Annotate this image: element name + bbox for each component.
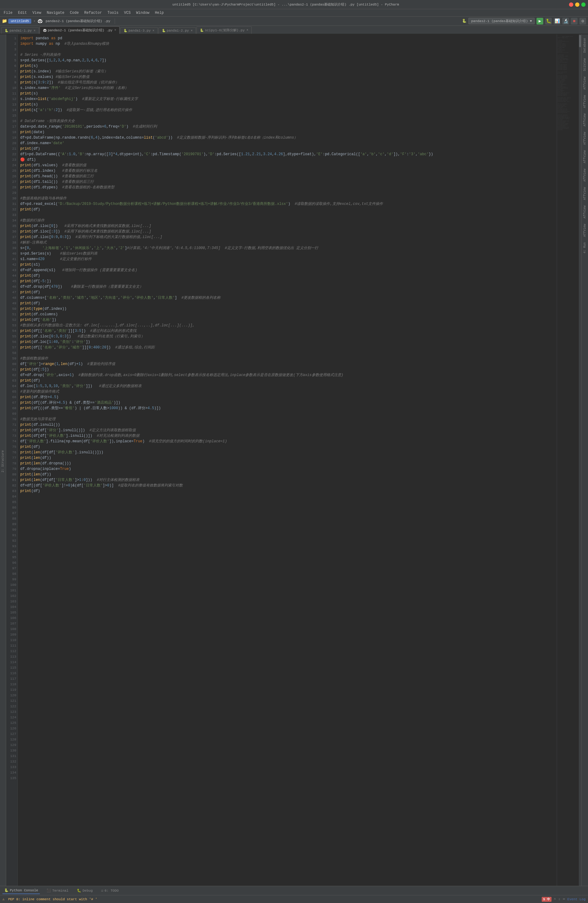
menu-code[interactable]: Code	[67, 10, 81, 16]
line-27: 27	[7, 179, 16, 185]
line-54: 54	[7, 328, 16, 334]
debug-icon: 🐛	[77, 889, 81, 893]
affview-tab-4[interactable]: AffView	[582, 129, 587, 147]
line-64: 64	[7, 384, 16, 389]
editor-area: 1 2 3 4 5 6 7 8 9 10 11 12 13 14 15 16 1…	[6, 35, 581, 886]
code-line-8: print(s.values) #输出Series的数值	[20, 74, 554, 80]
menu-file[interactable]: File	[1, 10, 15, 16]
menu-view[interactable]: View	[30, 10, 44, 16]
code-line-111	[20, 643, 554, 648]
tab-scipy1-6[interactable]: 🐍 scipy1-6(矩阵分解).py ×	[196, 27, 252, 34]
maximize-button[interactable]	[581, 2, 586, 7]
line-114: 114	[7, 659, 16, 665]
line-44: 44	[7, 273, 16, 278]
sciview-tab[interactable]: SciView	[582, 56, 587, 74]
run-config-selector[interactable]: pandas2-1 (pandas基础知识介绍) ▼	[469, 18, 535, 24]
line-96: 96	[7, 560, 16, 566]
code-line-109	[20, 632, 554, 637]
code-line-93	[20, 544, 554, 549]
code-line-120	[20, 692, 554, 698]
tab-close-panda1-1[interactable]: ×	[34, 29, 36, 33]
affview-tab-9[interactable]: AffView	[582, 222, 587, 239]
window-controls[interactable]	[569, 2, 586, 7]
line-numbers: 1 2 3 4 5 6 7 8 9 10 11 12 13 14 15 16 1…	[6, 35, 18, 886]
line-6: 6	[7, 63, 16, 69]
minimize-button[interactable]	[575, 2, 579, 7]
debug-button[interactable]: 🐛	[545, 18, 552, 25]
affview-tab-2[interactable]: AffView	[582, 93, 587, 110]
pandas-icon: 🐼	[38, 19, 42, 24]
tab-close-panda1-3[interactable]: ×	[153, 29, 155, 33]
code-editor[interactable]: import pandas as pd import numpy as np #…	[18, 35, 557, 886]
menu-navigate[interactable]: Navigate	[44, 10, 67, 16]
python-console-tab[interactable]: 🐍 Python Console	[2, 887, 40, 894]
code-line-71: print(df.isnull())	[20, 422, 554, 428]
code-line-43: df=df.append(s1) #增加同一行数据操作 (需要重要重要文全名)	[20, 267, 554, 273]
tab-close-pandas2-1[interactable]: ×	[114, 28, 116, 32]
code-line-121	[20, 698, 554, 704]
menu-edit[interactable]: Edit	[16, 10, 30, 16]
tab-panda1-1[interactable]: 🐍 panda1-1.py ×	[1, 27, 39, 34]
line-135: 135	[7, 776, 16, 781]
menu-vcs[interactable]: VCS	[121, 10, 133, 16]
code-line-87	[20, 510, 554, 516]
code-line-35: print(df.iloc[0]) #采用下标的格式来查找数据框的某数据,ilo…	[20, 223, 554, 229]
event-log-label[interactable]: Event Log	[568, 897, 586, 901]
line-100: 100	[7, 582, 16, 588]
terminal-label: Terminal	[52, 889, 68, 893]
china-badge: S 中	[542, 897, 552, 902]
terminal-tab[interactable]: ⬛ Terminal	[45, 887, 70, 894]
code-line-84	[20, 494, 554, 499]
database-tab[interactable]: Database	[582, 36, 587, 55]
code-line-74: df['评价人数'].fillna(np.mean(df['评价人数']),in…	[20, 439, 554, 444]
line-7: 7	[7, 69, 16, 74]
run-button[interactable]: ▶	[536, 18, 543, 25]
code-line-101	[20, 588, 554, 593]
toolbar-file[interactable]: pandas2-1 (pandas基础知识介绍) .py	[44, 18, 112, 24]
stop-button[interactable]: ■	[571, 18, 578, 25]
tab-close-panda1-2[interactable]: ×	[191, 29, 193, 33]
menu-refactor[interactable]: Refactor	[82, 10, 105, 16]
debug-tab[interactable]: 🐛 Debug	[75, 887, 94, 894]
code-line-77: print(len(df))	[20, 455, 554, 461]
structure-label[interactable]: 2: Structure	[0, 449, 6, 474]
line-25: 25	[7, 168, 16, 174]
code-line-5: s=pd.Series([1,2,3,4,np.nan,2,3,4,6,7])	[20, 58, 554, 63]
close-button[interactable]	[569, 2, 573, 7]
affview-tab-3[interactable]: AffView	[582, 111, 587, 129]
tab-label-panda1-3: panda1-3.py	[129, 29, 151, 33]
affview-tab-6[interactable]: AffView	[582, 166, 587, 184]
menu-window[interactable]: Window	[134, 10, 152, 16]
affview-tab-8[interactable]: AffView	[582, 203, 587, 221]
line-19: 19	[7, 135, 16, 140]
code-line-9: print(s[3:9:2]) #输出指定序号范围的值（切片操作）	[20, 80, 554, 85]
code-line-114	[20, 659, 554, 665]
menu-help[interactable]: Help	[152, 10, 166, 16]
todo-tab[interactable]: ☑ 6: TODO	[99, 887, 121, 894]
line-53: 53	[7, 322, 16, 328]
code-line-82: df=df[(df['评价人数']!=0)&(df['日常人数']>0)] #提…	[20, 483, 554, 488]
tab-close-scipy1-6[interactable]: ×	[246, 28, 248, 32]
profile-button[interactable]: 📊	[554, 18, 560, 25]
tab-panda1-2[interactable]: 🐍 panda1-2.py ×	[158, 27, 196, 34]
right-panel-tabs: Database SciView AffView AffView AffView…	[581, 35, 588, 886]
tab-panda1-3[interactable]: 🐍 panda1-3.py ×	[120, 27, 158, 34]
tab-pandas2-1[interactable]: 🐼 pandas2-1 (pandas基础知识介绍) .py ×	[39, 27, 119, 34]
affview-tab-5[interactable]: AffView	[582, 148, 587, 166]
line-55: 55	[7, 334, 16, 339]
line-98: 98	[7, 571, 16, 577]
line-122: 122	[7, 704, 16, 709]
code-line-14: print(s['a':'h':2]) #提取第一-层级,进行用名称的切片操作	[20, 107, 554, 113]
affview-tab-1[interactable]: AffView	[582, 74, 587, 92]
line-109: 109	[7, 632, 16, 637]
menu-tools[interactable]: Tools	[105, 10, 121, 16]
coverage-button[interactable]: 🔬	[562, 18, 569, 25]
affview-tab-7[interactable]: AffView	[582, 185, 587, 203]
run-tab[interactable]: 4: Run	[582, 240, 587, 256]
settings-button[interactable]: ⚙	[579, 18, 586, 25]
line-73: 73	[7, 433, 16, 439]
line-23: 23	[7, 157, 16, 162]
app-title: untitled5 [C:\Users\yan-J\PycharmProject…	[2, 2, 569, 7]
project-name[interactable]: untitled5	[8, 19, 31, 24]
line-111: 111	[7, 643, 16, 648]
